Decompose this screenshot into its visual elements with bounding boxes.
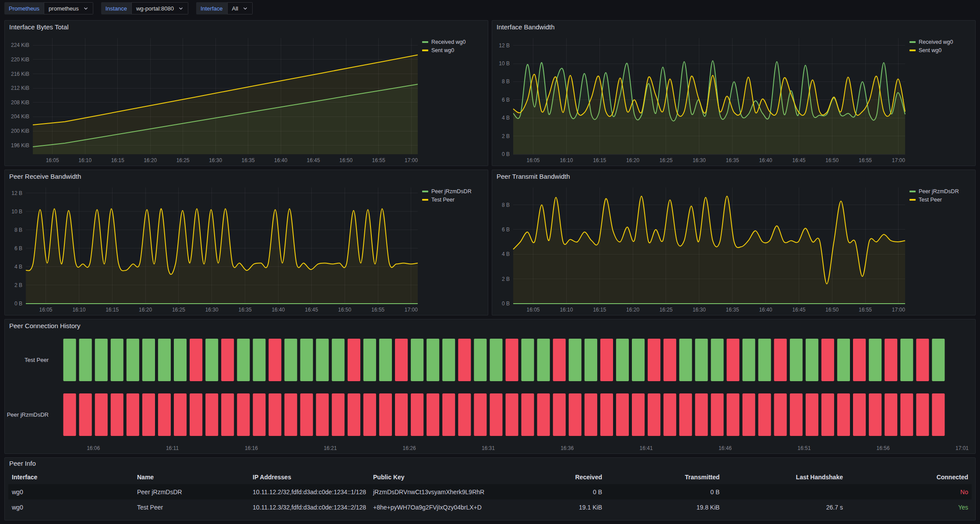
- svg-text:16:45: 16:45: [792, 157, 805, 163]
- svg-text:212 KiB: 212 KiB: [11, 85, 29, 91]
- legend-item-peer-jrzmdsdr[interactable]: Peer jRzmDsDR: [909, 188, 973, 195]
- legend-interface-bytes-total: Received wg0Sent wg0: [422, 34, 488, 166]
- legend-item-test-peer[interactable]: Test Peer: [422, 197, 485, 203]
- cell-transmitted: 0 B: [606, 489, 723, 496]
- svg-text:16:10: 16:10: [560, 157, 573, 163]
- svg-text:12 B: 12 B: [499, 42, 510, 49]
- svg-text:2 B: 2 B: [502, 276, 510, 282]
- panel-title-peer-info[interactable]: Peer Info: [5, 458, 975, 469]
- variable-interface-select[interactable]: All: [227, 2, 253, 14]
- svg-text:0 B: 0 B: [14, 301, 22, 307]
- variable-instance: Instance wg-portal:8080: [101, 2, 188, 14]
- interface-bytes-total-chart[interactable]: 196 KiB200 KiB204 KiB208 KiB212 KiB216 K…: [5, 34, 422, 166]
- svg-text:16:55: 16:55: [371, 307, 384, 313]
- series-color-swatch: [422, 50, 428, 51]
- svg-text:16:20: 16:20: [626, 157, 639, 163]
- svg-text:216 KiB: 216 KiB: [11, 71, 29, 77]
- svg-text:16:15: 16:15: [106, 307, 119, 313]
- variable-instance-value: wg-portal:8080: [136, 5, 174, 12]
- column-header-last-handshake[interactable]: Last Handshake: [723, 474, 846, 481]
- panel-title-peer-connection-history[interactable]: Peer Connection History: [5, 319, 975, 333]
- variable-prometheus-label: Prometheus: [4, 2, 44, 14]
- panel-title-peer-receive-bandwidth[interactable]: Peer Receive Bandwidth: [5, 170, 488, 183]
- legend-label: Peer jRzmDsDR: [431, 188, 472, 195]
- series-color-swatch: [422, 191, 428, 192]
- table-row: wg0Test Peer10.11.12.3/32,fdfd:d3ad:c0de…: [8, 499, 972, 515]
- panel-peer-info: Peer Info InterfaceNameIP AddressesPubli…: [4, 457, 976, 520]
- series-color-swatch: [422, 199, 428, 201]
- cell-ip-addresses: 10.11.12.2/32,fdfd:d3ad:c0de:1234::1/128: [249, 489, 370, 496]
- svg-text:8 B: 8 B: [502, 78, 510, 85]
- legend-item-sent-wg0[interactable]: Sent wg0: [422, 47, 485, 53]
- timeline-svg: Test PeerPeer jRzmDsDR16:0616:1116:1616:…: [5, 333, 975, 453]
- grafana-dashboard: Prometheus prometheus Instance wg-portal…: [0, 0, 980, 524]
- legend-item-test-peer[interactable]: Test Peer: [909, 197, 973, 203]
- column-header-public-key[interactable]: Public Key: [370, 474, 488, 481]
- svg-text:8 B: 8 B: [14, 227, 22, 233]
- variable-prometheus-value: prometheus: [49, 5, 79, 12]
- variable-prometheus-select[interactable]: prometheus: [44, 2, 93, 14]
- legend-item-received-wg0[interactable]: Received wg0: [422, 39, 485, 45]
- peer-transmit-bandwidth-chart[interactable]: 0 B2 B4 B6 B8 B16:0516:1016:1516:2016:25…: [492, 183, 909, 315]
- cell-transmitted: 19.8 KiB: [606, 504, 723, 511]
- cell-interface: wg0: [8, 489, 134, 496]
- svg-text:17:00: 17:00: [892, 157, 905, 163]
- svg-text:16:15: 16:15: [593, 307, 606, 313]
- table-row: wg0Peer jRzmDsDR10.11.12.2/32,fdfd:d3ad:…: [8, 484, 972, 499]
- panel-title-interface-bytes-total[interactable]: Interface Bytes Total: [5, 21, 488, 34]
- svg-text:16:05: 16:05: [526, 157, 539, 163]
- svg-text:16:16: 16:16: [245, 445, 258, 451]
- svg-text:16:11: 16:11: [166, 445, 179, 451]
- svg-text:16:40: 16:40: [759, 157, 772, 163]
- svg-text:6 B: 6 B: [502, 97, 510, 103]
- column-header-ip-addresses[interactable]: IP Addresses: [249, 474, 370, 481]
- legend-peer-receive-bandwidth: Peer jRzmDsDRTest Peer: [422, 183, 488, 315]
- column-header-name[interactable]: Name: [134, 474, 249, 481]
- peer-receive-bandwidth-chart[interactable]: 0 B2 B4 B6 B8 B10 B12 B16:0516:1016:1516…: [5, 183, 422, 315]
- legend-interface-bandwidth: Received wg0Sent wg0: [909, 34, 975, 166]
- svg-text:6 B: 6 B: [502, 227, 510, 233]
- svg-text:224 KiB: 224 KiB: [11, 42, 29, 48]
- legend-item-sent-wg0[interactable]: Sent wg0: [909, 47, 973, 53]
- svg-text:200 KiB: 200 KiB: [11, 128, 29, 134]
- panel-peer-transmit-bandwidth: Peer Transmit Bandwidth 0 B2 B4 B6 B8 B1…: [492, 170, 976, 315]
- svg-text:17:01: 17:01: [955, 445, 969, 451]
- column-header-connected[interactable]: Connected: [846, 474, 972, 481]
- svg-text:2 B: 2 B: [502, 133, 510, 139]
- svg-text:6 B: 6 B: [14, 245, 22, 251]
- chart-svg: 0 B2 B4 B6 B8 B10 B12 B16:0516:1016:1516…: [492, 34, 909, 166]
- column-header-received[interactable]: Received: [488, 474, 606, 481]
- panel-title-peer-transmit-bandwidth[interactable]: Peer Transmit Bandwidth: [492, 170, 975, 183]
- cell-public-key: +8he+pyWH7Oa9g2FVjIxQzy04brLX+D: [370, 504, 488, 511]
- svg-text:4 B: 4 B: [502, 251, 510, 257]
- legend-label: Sent wg0: [431, 47, 454, 53]
- svg-text:16:50: 16:50: [825, 157, 839, 163]
- column-header-interface[interactable]: Interface: [8, 474, 134, 481]
- legend-item-received-wg0[interactable]: Received wg0: [909, 39, 973, 45]
- legend-label: Test Peer: [919, 197, 942, 203]
- panel-interface-bandwidth: Interface Bandwidth 0 B2 B4 B6 B8 B10 B1…: [492, 20, 976, 166]
- chevron-down-icon: [178, 6, 183, 11]
- svg-text:0 B: 0 B: [502, 301, 510, 307]
- svg-text:16:35: 16:35: [726, 307, 739, 313]
- interface-bandwidth-chart[interactable]: 0 B2 B4 B6 B8 B10 B12 B16:0516:1016:1516…: [492, 34, 909, 166]
- svg-text:16:06: 16:06: [87, 445, 100, 451]
- variables-bar: Prometheus prometheus Instance wg-portal…: [0, 0, 257, 17]
- svg-text:16:46: 16:46: [719, 445, 732, 451]
- svg-text:16:25: 16:25: [176, 157, 190, 163]
- svg-text:16:35: 16:35: [239, 307, 252, 313]
- column-header-transmitted[interactable]: Transmitted: [606, 474, 723, 481]
- svg-text:16:45: 16:45: [305, 307, 318, 313]
- svg-text:16:30: 16:30: [205, 307, 219, 313]
- cell-ip-addresses: 10.11.12.3/32,fdfd:d3ad:c0de:1234::2/128: [249, 504, 370, 511]
- cell-received: 19.1 KiB: [488, 504, 606, 511]
- panel-title-interface-bandwidth[interactable]: Interface Bandwidth: [492, 21, 975, 34]
- variable-instance-select[interactable]: wg-portal:8080: [131, 2, 188, 14]
- legend-item-peer-jrzmdsdr[interactable]: Peer jRzmDsDR: [422, 188, 485, 195]
- legend-label: Received wg0: [919, 39, 953, 45]
- peer-connection-history-chart[interactable]: Test PeerPeer jRzmDsDR16:0616:1116:1616:…: [5, 333, 975, 453]
- panel-peer-connection-history: Peer Connection History Test PeerPeer jR…: [4, 319, 976, 454]
- svg-text:0 B: 0 B: [502, 151, 510, 157]
- svg-text:16:30: 16:30: [693, 157, 706, 163]
- svg-text:16:30: 16:30: [209, 157, 222, 163]
